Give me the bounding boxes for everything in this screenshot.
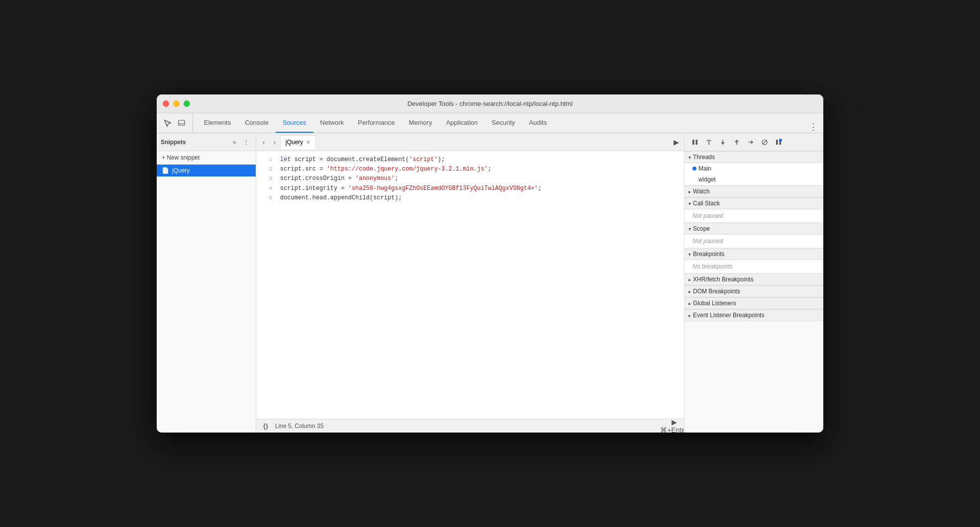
event-listener-breakpoints-label: Event Listener Breakpoints xyxy=(693,312,764,319)
xhr-triangle: ▸ xyxy=(688,277,691,282)
tabbar-right: ⋮ xyxy=(807,121,819,133)
toggle-drawer-button[interactable] xyxy=(175,116,189,130)
format-button[interactable]: {} xyxy=(260,421,271,432)
call-stack-section-header[interactable]: ▾ Call Stack xyxy=(685,197,823,209)
dom-breakpoints-label: DOM Breakpoints xyxy=(693,288,740,295)
pause-resume-button[interactable] xyxy=(688,136,701,149)
global-listeners-section-header[interactable]: ▸ Global Listeners xyxy=(685,297,823,309)
tab-sources[interactable]: Sources xyxy=(276,113,313,133)
step-over-button[interactable] xyxy=(702,136,715,149)
cursor-position: Line 5, Column 35 xyxy=(275,423,323,430)
call-stack-not-paused: Not paused xyxy=(685,209,823,222)
threads-section-header[interactable]: ▾ Threads xyxy=(685,151,823,163)
threads-label: Threads xyxy=(693,154,715,161)
thread-main[interactable]: Main xyxy=(685,163,823,174)
dom-triangle: ▸ xyxy=(688,289,691,294)
code-statusbar: {} Line 5, Column 35 ▶ ⌘+Enter xyxy=(256,419,684,433)
call-stack-content: Not paused xyxy=(685,209,823,223)
tabbar: Elements Console Sources Network Perform… xyxy=(157,113,823,133)
svg-point-12 xyxy=(779,139,782,142)
code-line-3: 3 script.crossOrigin = 'anonymous'; xyxy=(256,174,684,183)
code-tab-close-button[interactable]: × xyxy=(306,139,310,146)
code-line-5: 5 document.head.appendChild(script); xyxy=(256,193,684,203)
global-listeners-label: Global Listeners xyxy=(693,300,736,307)
deactivate-breakpoints-button[interactable] xyxy=(758,136,771,149)
breakpoints-section-header[interactable]: ▾ Breakpoints xyxy=(685,248,823,260)
window-title: Developer Tools - chrome-search://local-… xyxy=(407,100,573,107)
code-tab-right: ▶ xyxy=(670,136,682,148)
thread-dot-main xyxy=(692,167,696,171)
xhr-breakpoints-label: XHR/fetch Breakpoints xyxy=(693,276,753,283)
call-stack-triangle: ▾ xyxy=(688,201,691,206)
svg-line-9 xyxy=(763,140,767,144)
xhr-breakpoints-section-header[interactable]: ▸ XHR/fetch Breakpoints xyxy=(685,273,823,285)
sidebar-header-actions: » ⋮ xyxy=(229,137,252,148)
tab-elements[interactable]: Elements xyxy=(197,113,238,133)
event-listener-breakpoints-section-header[interactable]: ▸ Event Listener Breakpoints xyxy=(685,309,823,321)
breakpoints-triangle: ▾ xyxy=(688,252,691,257)
code-line-1: 1 let script = document.createElement('s… xyxy=(256,155,684,165)
scope-section-header[interactable]: ▾ Scope xyxy=(685,223,823,235)
tab-toolbar-left xyxy=(161,113,193,133)
run-with-shortcut-button[interactable]: ▶ ⌘+Enter xyxy=(668,420,680,432)
thread-widget[interactable]: widget xyxy=(685,174,823,185)
sidebar-header: Snippets » ⋮ xyxy=(157,133,256,151)
step-into-button[interactable] xyxy=(716,136,729,149)
titlebar: Developer Tools - chrome-search://local-… xyxy=(157,94,823,113)
code-panel: ‹ › jQuery × ▶ 1 let script = document.c… xyxy=(256,133,684,433)
code-line-4: 4 script.integrity = 'sha256-hwg4gsxgFZh… xyxy=(256,184,684,193)
inspect-element-button[interactable] xyxy=(161,116,175,130)
sidebar-more-button[interactable]: ⋮ xyxy=(241,137,252,148)
svg-rect-3 xyxy=(696,140,698,145)
threads-content: Main widget xyxy=(685,163,823,185)
tab-memory[interactable]: Memory xyxy=(402,113,439,133)
run-snippet-button[interactable]: ▶ xyxy=(670,136,682,148)
scope-label: Scope xyxy=(693,225,710,232)
watch-section-header[interactable]: ▸ Watch xyxy=(685,185,823,197)
nav-forward-button[interactable]: › xyxy=(269,137,280,148)
expand-sidebar-button[interactable]: » xyxy=(229,137,240,148)
code-tab-jquery[interactable]: jQuery × xyxy=(280,135,316,149)
step-out-button[interactable] xyxy=(730,136,743,149)
new-snippet-button[interactable]: + New snippet xyxy=(157,151,256,165)
snippet-icon: 📄 xyxy=(162,167,169,174)
tab-audits[interactable]: Audits xyxy=(522,113,554,133)
global-listeners-triangle: ▸ xyxy=(688,301,691,306)
statusbar-right: ▶ ⌘+Enter xyxy=(668,420,680,432)
scope-triangle: ▾ xyxy=(688,226,691,232)
step-button[interactable] xyxy=(744,136,757,149)
snippets-sidebar: Snippets » ⋮ + New snippet 📄 jQuery xyxy=(157,133,256,433)
devtools-window: Developer Tools - chrome-search://local-… xyxy=(157,94,823,433)
tab-performance[interactable]: Performance xyxy=(351,113,401,133)
tab-network[interactable]: Network xyxy=(313,113,351,133)
sidebar-item-jquery[interactable]: 📄 jQuery xyxy=(157,165,256,176)
scope-content: Not paused xyxy=(685,235,823,248)
dom-breakpoints-section-header[interactable]: ▸ DOM Breakpoints xyxy=(685,285,823,297)
pause-on-exceptions-button[interactable] xyxy=(772,136,785,149)
code-editor[interactable]: 1 let script = document.createElement('s… xyxy=(256,151,684,419)
watch-triangle: ▸ xyxy=(688,189,691,194)
debugger-panel: ▾ Threads Main widget ▸ Watch xyxy=(684,133,823,433)
code-tabs-bar: ‹ › jQuery × ▶ xyxy=(256,133,684,151)
minimize-button[interactable] xyxy=(173,100,180,107)
watch-label: Watch xyxy=(693,188,710,195)
scope-not-paused: Not paused xyxy=(685,235,823,248)
debugger-sections: ▾ Threads Main widget ▸ Watch xyxy=(685,151,823,433)
sidebar-title: Snippets xyxy=(161,139,186,146)
code-line-2: 2 script.src = 'https://code.jquery.com/… xyxy=(256,165,684,174)
nav-back-button[interactable]: ‹ xyxy=(258,137,269,148)
tab-console[interactable]: Console xyxy=(238,113,276,133)
breakpoints-none: No breakpoints xyxy=(685,260,823,273)
window-controls xyxy=(163,100,190,107)
call-stack-label: Call Stack xyxy=(693,200,720,207)
tab-security[interactable]: Security xyxy=(485,113,522,133)
breakpoints-label: Breakpoints xyxy=(693,251,724,258)
main-area: Snippets » ⋮ + New snippet 📄 jQuery ‹ › xyxy=(157,133,823,433)
close-button[interactable] xyxy=(163,100,169,107)
maximize-button[interactable] xyxy=(184,100,190,107)
debugger-toolbar xyxy=(685,133,823,151)
tab-application[interactable]: Application xyxy=(439,113,485,133)
more-menu-button[interactable]: ⋮ xyxy=(807,121,819,133)
svg-rect-10 xyxy=(776,140,778,145)
svg-rect-2 xyxy=(692,140,694,145)
